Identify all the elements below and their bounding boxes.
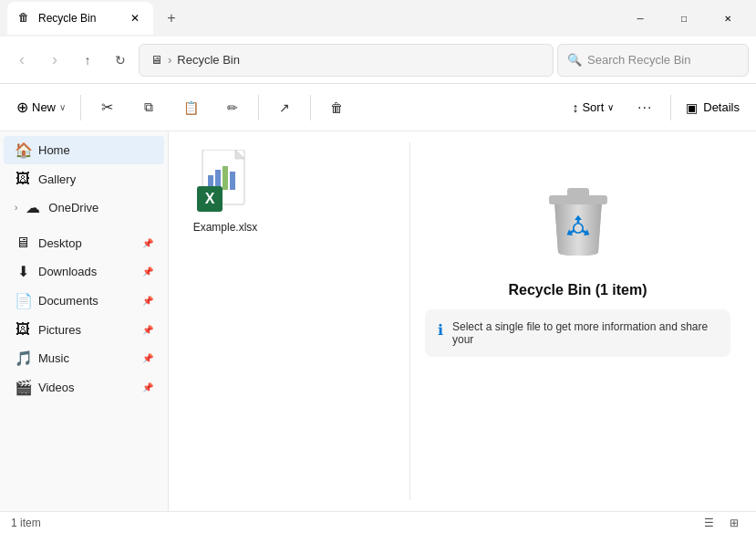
- list-view-button[interactable]: ☰: [698, 514, 720, 532]
- grid-view-button[interactable]: ⊞: [723, 514, 745, 532]
- path-label: Recycle Bin: [177, 53, 240, 67]
- tab-close-button[interactable]: ✕: [128, 11, 142, 26]
- delete-icon: 🗑: [330, 100, 343, 115]
- navigation-bar: ‹ › ↑ ↻ 🖥 › Recycle Bin 🔍 Search Recycle…: [0, 37, 756, 84]
- more-icon: ···: [637, 99, 652, 116]
- desktop-icon: 🖥: [15, 235, 31, 251]
- sidebar-item-label: Pictures: [38, 323, 81, 337]
- xlsx-file-icon: X: [197, 150, 254, 215]
- toolbar-separator-4: [670, 95, 671, 120]
- recycle-bin-image: [542, 179, 615, 264]
- up-button[interactable]: ↑: [73, 46, 102, 75]
- sidebar-item-documents[interactable]: 📄 Documents 📌: [4, 287, 164, 315]
- svg-text:X: X: [205, 191, 215, 206]
- rename-button[interactable]: ✏: [212, 88, 253, 128]
- music-icon: 🎵: [15, 350, 31, 367]
- sidebar-item-videos[interactable]: 🎬 Videos 📌: [4, 373, 164, 402]
- sidebar-item-label: Gallery: [38, 172, 76, 186]
- share-icon: ↗: [279, 100, 290, 115]
- details-panel-icon: ▣: [686, 100, 698, 115]
- sidebar-item-label: Videos: [38, 381, 75, 394]
- view-toggle: ☰ ⊞: [698, 514, 745, 532]
- sidebar-item-label: OneDrive: [48, 201, 98, 214]
- toolbar-separator-3: [310, 95, 311, 120]
- panel-title: Recycle Bin (1 item): [508, 282, 647, 298]
- pin-icon: 📌: [142, 353, 153, 363]
- item-count: 1 item: [11, 517, 41, 529]
- paste-button[interactable]: 📋: [171, 88, 211, 128]
- pin-icon: 📌: [142, 266, 153, 277]
- file-item[interactable]: X Example.xlsx: [180, 142, 271, 241]
- up-icon: ↑: [85, 53, 91, 68]
- panel-info-text: Select a single file to get more informa…: [452, 320, 718, 346]
- title-bar: 🗑 Recycle Bin ✕ + ─ □ ✕: [0, 0, 756, 37]
- file-name: Example.xlsx: [193, 221, 258, 234]
- active-tab[interactable]: 🗑 Recycle Bin ✕: [7, 2, 153, 35]
- search-bar[interactable]: 🔍 Search Recycle Bin: [557, 44, 749, 77]
- copy-button[interactable]: ⧉: [129, 88, 169, 128]
- toolbar: ⊕ New ∨ ✂ ⧉ 📋 ✏ ↗ 🗑 ↕ Sort ∨ ··· ▣ Detai…: [0, 84, 756, 131]
- sidebar-item-label: Music: [38, 351, 69, 365]
- search-icon: 🔍: [567, 53, 582, 67]
- cut-button[interactable]: ✂: [87, 88, 127, 128]
- refresh-button[interactable]: ↻: [106, 46, 135, 75]
- sidebar-item-music[interactable]: 🎵 Music 📌: [4, 344, 164, 372]
- files-grid: X Example.xlsx: [180, 142, 399, 500]
- sort-chevron-icon: ∨: [607, 102, 614, 112]
- forward-icon: ›: [52, 50, 57, 69]
- search-placeholder: Search Recycle Bin: [587, 53, 690, 67]
- sidebar-item-label: Downloads: [38, 265, 97, 278]
- details-label: Details: [703, 100, 740, 114]
- sidebar-item-downloads[interactable]: ⬇ Downloads 📌: [4, 257, 164, 286]
- sidebar-item-pictures[interactable]: 🖼 Pictures 📌: [4, 316, 164, 343]
- new-chevron-icon: ∨: [59, 102, 66, 112]
- new-tab-button[interactable]: +: [157, 4, 186, 33]
- sort-button[interactable]: ↕ Sort ∨: [563, 88, 623, 128]
- minimize-button[interactable]: ─: [619, 4, 661, 33]
- address-bar[interactable]: 🖥 › Recycle Bin: [139, 44, 554, 77]
- cut-icon: ✂: [101, 99, 113, 116]
- paste-icon: 📋: [183, 100, 199, 115]
- rename-icon: ✏: [227, 100, 238, 115]
- sidebar-item-label: Documents: [38, 294, 98, 308]
- file-thumbnail: X: [192, 150, 258, 215]
- documents-icon: 📄: [15, 292, 31, 309]
- pin-icon: 📌: [142, 238, 153, 248]
- copy-icon: ⧉: [144, 99, 153, 115]
- window-controls: ─ □ ✕: [619, 4, 749, 33]
- pin-icon: 📌: [142, 325, 153, 335]
- svg-rect-5: [223, 166, 228, 190]
- sidebar-item-home[interactable]: 🏠 Home: [4, 136, 164, 164]
- details-button[interactable]: ▣ Details: [677, 88, 749, 128]
- gallery-icon: 🖼: [15, 171, 31, 187]
- sort-icon: ↕: [572, 100, 578, 115]
- back-button[interactable]: ‹: [7, 46, 36, 75]
- sidebar-item-onedrive[interactable]: › ☁ OneDrive: [4, 193, 164, 222]
- main-layout: 🏠 Home 🖼 Gallery › ☁ OneDrive 🖥 Desktop …: [0, 131, 756, 511]
- toolbar-separator-1: [80, 95, 81, 120]
- svg-rect-11: [567, 188, 589, 197]
- right-panel: Recycle Bin (1 item) ℹ Select a single f…: [409, 142, 745, 500]
- tab-recycle-icon: 🗑: [18, 11, 33, 26]
- chevron-right-icon: ›: [15, 203, 17, 213]
- delete-button[interactable]: 🗑: [316, 88, 357, 128]
- content-area: X Example.xlsx: [169, 131, 756, 511]
- pin-icon: 📌: [142, 296, 153, 306]
- sidebar-item-label: Home: [38, 143, 70, 157]
- sidebar-item-label: Desktop: [38, 236, 82, 250]
- grid-view-icon: ⊞: [730, 517, 739, 529]
- status-bar: 1 item ☰ ⊞: [0, 511, 756, 533]
- new-label: New: [32, 100, 56, 114]
- share-button[interactable]: ↗: [264, 88, 305, 128]
- pictures-icon: 🖼: [15, 321, 31, 338]
- sidebar-item-gallery[interactable]: 🖼 Gallery: [4, 165, 164, 193]
- forward-button[interactable]: ›: [40, 46, 69, 75]
- close-button[interactable]: ✕: [707, 4, 749, 33]
- sort-label: Sort: [582, 100, 604, 114]
- new-button[interactable]: ⊕ New ∨: [7, 88, 75, 128]
- videos-icon: 🎬: [15, 379, 31, 396]
- maximize-button[interactable]: □: [663, 4, 705, 33]
- sidebar-item-desktop[interactable]: 🖥 Desktop 📌: [4, 229, 164, 256]
- more-options-button[interactable]: ···: [625, 88, 665, 128]
- toolbar-right: ↕ Sort ∨ ··· ▣ Details: [563, 88, 749, 128]
